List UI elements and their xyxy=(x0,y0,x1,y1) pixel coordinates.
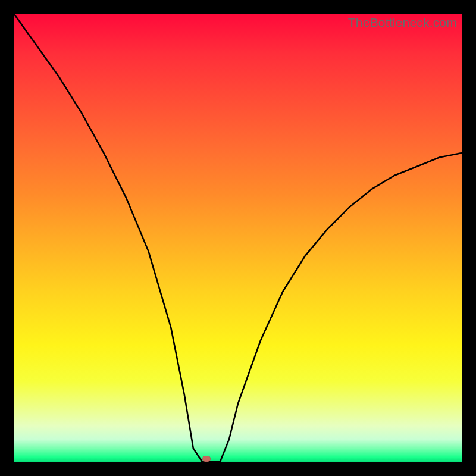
chart-frame: TheBottleneck.com xyxy=(0,0,476,476)
optimum-marker xyxy=(202,456,211,462)
bottleneck-curve xyxy=(14,14,462,462)
plot-area: TheBottleneck.com xyxy=(14,14,462,462)
curve-path xyxy=(14,14,462,462)
